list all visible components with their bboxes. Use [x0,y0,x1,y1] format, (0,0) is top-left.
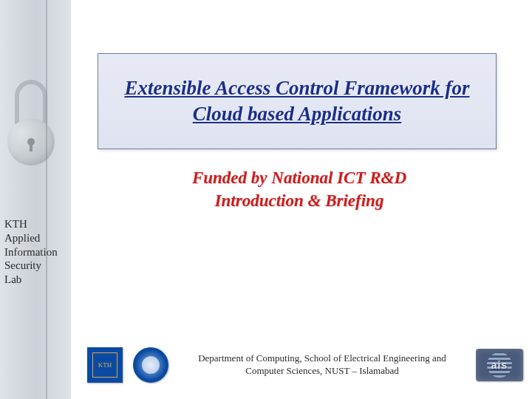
sidebar-line: Lab [4,273,21,285]
padlock-icon [6,87,58,176]
sidebar-line: KTH [4,218,27,230]
title-box: Extensible Access Control Framework for … [98,53,497,149]
subtitle-line-2: Introduction & Briefing [126,189,473,212]
ais-logo-text: ais [491,359,508,371]
left-decorative-strip [0,0,71,399]
slide-title: Extensible Access Control Framework for … [119,75,475,127]
subtitle-line-1: Funded by National ICT R&D [126,166,473,189]
sidebar-lab-label: KTH Applied Information Security Lab [4,217,78,287]
footer: KTH Department of Computing, School of E… [87,347,523,383]
sidebar-line: Security [4,259,41,271]
kth-logo-icon: KTH [87,347,123,383]
ais-logo-icon: ais [476,349,523,381]
kth-logo-text: KTH [92,352,117,378]
sidebar-line: Information [4,246,58,258]
subtitle-block: Funded by National ICT R&D Introduction … [126,166,473,212]
department-text: Department of Computing, School of Elect… [179,352,466,378]
nust-logo-icon [133,347,168,383]
sidebar-line: Applied [4,232,40,244]
